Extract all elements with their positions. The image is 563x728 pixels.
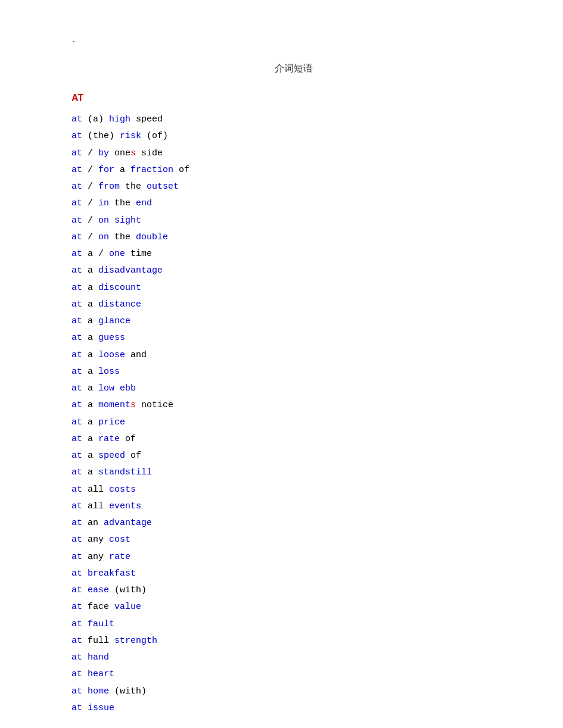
list-item: at a price <box>71 415 515 430</box>
list-item: at full strength <box>71 633 515 649</box>
list-item: at (a) high speed <box>71 112 515 127</box>
list-item: at an advantage <box>71 515 515 531</box>
list-item: at a disadvantage <box>71 263 515 279</box>
list-item: at a loose and <box>71 348 515 363</box>
page-container: . 介词短语 AT at (a) high speedat (the) risk… <box>0 0 563 728</box>
list-item: at issue <box>71 701 515 716</box>
list-item: at / by ones side <box>71 146 515 161</box>
phrase-list: at (a) high speedat (the) risk (of)at / … <box>71 112 515 716</box>
list-item: at a moments notice <box>71 398 515 413</box>
list-item: at ease (with) <box>71 583 515 598</box>
list-item: at / in the end <box>71 196 515 211</box>
list-item: at face value <box>71 599 515 615</box>
list-item: at fault <box>71 617 515 632</box>
page-title: 介词短语 <box>71 63 515 75</box>
list-item: at / from the outset <box>71 179 515 195</box>
dot-top: . <box>71 36 515 45</box>
list-item: at hand <box>71 650 515 665</box>
list-item: at a glance <box>71 314 515 329</box>
list-item: at a distance <box>71 297 515 313</box>
list-item: at all costs <box>71 482 515 498</box>
list-item: at heart <box>71 667 515 682</box>
list-item: at / on the double <box>71 230 515 245</box>
list-item: at a discount <box>71 280 515 296</box>
list-item: at a guess <box>71 330 515 346</box>
list-item: at a speed of <box>71 448 515 464</box>
list-item: at breakfast <box>71 566 515 582</box>
list-item: at any cost <box>71 532 515 548</box>
list-item: at a low ebb <box>71 381 515 396</box>
list-item: at a / one time <box>71 246 515 262</box>
list-item: at all events <box>71 499 515 514</box>
list-item: at a standstill <box>71 465 515 480</box>
list-item: at / for a fraction of <box>71 163 515 178</box>
list-item: at (the) risk (of) <box>71 129 515 144</box>
list-item: at a rate of <box>71 432 515 447</box>
list-item: at a loss <box>71 364 515 380</box>
list-item: at / on sight <box>71 213 515 229</box>
section-header: AT <box>71 93 515 104</box>
list-item: at home (with) <box>71 684 515 699</box>
list-item: at any rate <box>71 549 515 565</box>
